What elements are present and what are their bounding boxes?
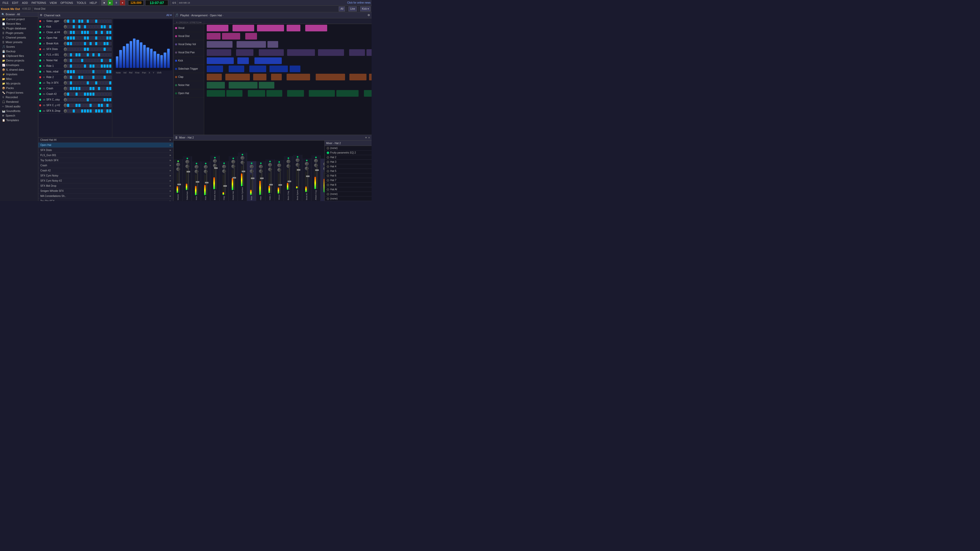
- pad-10-6[interactable]: [84, 76, 86, 79]
- mixer-ch-knob-11[interactable]: [277, 164, 281, 167]
- pad-15-1[interactable]: [70, 103, 72, 107]
- step-bar-1[interactable]: [119, 50, 122, 68]
- mixer-fader-thumb-11[interactable]: [278, 184, 282, 186]
- menu-file[interactable]: FILE: [1, 1, 10, 5]
- clip-6-1[interactable]: [225, 74, 250, 80]
- pad-16-2[interactable]: [73, 109, 75, 113]
- pad-5-0[interactable]: [67, 48, 69, 51]
- mixer-fader-thumb-15[interactable]: [315, 169, 319, 171]
- pad-12-6[interactable]: [84, 87, 86, 90]
- pad-9-9[interactable]: [92, 70, 95, 73]
- mixer-detail-item-7[interactable]: Hat 7: [325, 178, 372, 183]
- mixer-detail-radio-9[interactable]: [327, 188, 329, 191]
- pad-6-7[interactable]: [86, 53, 89, 57]
- pad-9-6[interactable]: [84, 70, 86, 73]
- channel-led-4[interactable]: [39, 43, 41, 44]
- dropdown-item-2[interactable]: SFX Disto ▶: [38, 148, 173, 153]
- mixer-ch-knob-4[interactable]: [213, 159, 217, 163]
- pad-15-2[interactable]: [73, 103, 75, 107]
- clip-0-0[interactable]: [207, 25, 228, 32]
- pad-0-15[interactable]: [109, 19, 111, 23]
- pad-10-3[interactable]: [75, 76, 78, 79]
- pad-4-15[interactable]: [109, 42, 111, 45]
- pad-11-14[interactable]: [106, 81, 109, 85]
- pad-1-7[interactable]: [86, 25, 89, 29]
- mixer-channel-2[interactable]: Kick: [192, 162, 201, 201]
- mixer-detail-item-0[interactable]: (none): [325, 146, 372, 151]
- pad-15-7[interactable]: [86, 103, 89, 107]
- menu-tools[interactable]: TOOLS: [75, 1, 88, 5]
- clip-7-0[interactable]: [207, 82, 225, 89]
- clip-3-0[interactable]: [207, 49, 231, 56]
- pad-8-2[interactable]: [73, 64, 75, 68]
- step-bar-7[interactable]: [140, 42, 142, 68]
- pad-0-14[interactable]: [106, 19, 109, 23]
- clip-8-7[interactable]: [364, 90, 372, 97]
- channel-led-16[interactable]: [39, 110, 41, 112]
- pad-7-9[interactable]: [92, 59, 95, 62]
- pad-2-3[interactable]: [75, 30, 78, 34]
- pad-8-1[interactable]: [70, 64, 72, 68]
- clip-3-5[interactable]: [349, 49, 365, 56]
- pad-13-10[interactable]: [95, 92, 97, 96]
- mixer-ch-knob-7[interactable]: [241, 156, 244, 160]
- mixer-fader-track-5[interactable]: [224, 169, 226, 195]
- clip-5-4[interactable]: [290, 65, 301, 72]
- channel-row-10[interactable]: 8 Ride 2: [38, 75, 112, 80]
- channel-vol-knob-16[interactable]: [64, 109, 67, 113]
- pad-0-11[interactable]: [98, 19, 100, 23]
- pad-10-7[interactable]: [86, 76, 89, 79]
- pad-14-7[interactable]: [86, 98, 89, 102]
- pad-6-9[interactable]: [92, 53, 95, 57]
- pad-12-5[interactable]: [81, 87, 83, 90]
- pad-10-2[interactable]: [73, 76, 75, 79]
- pad-1-15[interactable]: [109, 25, 111, 29]
- pad-2-5[interactable]: [81, 30, 83, 34]
- clip-8-1[interactable]: [226, 90, 242, 97]
- mixer-detail-item-8[interactable]: Hat 8: [325, 183, 372, 187]
- channel-row-14[interactable]: 39 SFX C..oisy: [38, 97, 112, 103]
- mixer-fader-thumb-10[interactable]: [269, 184, 273, 186]
- mixer-detail-radio-2[interactable]: [327, 156, 329, 159]
- track-name-4[interactable]: Kick: [173, 57, 204, 65]
- channel-vol-knob-8[interactable]: [64, 64, 67, 68]
- pad-3-6[interactable]: [84, 36, 86, 40]
- pad-1-12[interactable]: [100, 25, 103, 29]
- channel-row-13[interactable]: 30 Crash #2: [38, 91, 112, 97]
- pad-7-0[interactable]: [67, 59, 69, 62]
- pad-12-0[interactable]: [67, 87, 69, 90]
- pad-4-6[interactable]: [84, 42, 86, 45]
- pad-14-13[interactable]: [103, 98, 106, 102]
- mixer-detail-item-9[interactable]: Hat Al: [325, 187, 372, 192]
- dropdown-item-10[interactable]: Smigen Whistle SFX ▶: [38, 189, 173, 194]
- pad-15-14[interactable]: [106, 103, 109, 107]
- channel-led-11[interactable]: [39, 82, 41, 84]
- sidebar-item-impulses[interactable]: ⚡Impulses: [0, 72, 38, 76]
- track-name-0[interactable]: Vocal: [173, 24, 204, 32]
- pad-12-12[interactable]: [100, 87, 103, 90]
- clip-2-2[interactable]: [267, 41, 278, 48]
- mixer-ch-led-4[interactable]: [214, 157, 216, 159]
- dropdown-item-5[interactable]: Crash ▶: [38, 163, 173, 168]
- pad-1-0[interactable]: [67, 25, 69, 29]
- channel-vol-knob-7[interactable]: [64, 59, 67, 62]
- pad-13-4[interactable]: [78, 92, 81, 96]
- clip-6-3[interactable]: [271, 74, 282, 80]
- pad-7-11[interactable]: [98, 59, 100, 62]
- mixer-fader-thumb-3[interactable]: [205, 182, 208, 183]
- pad-3-15[interactable]: [109, 36, 111, 40]
- pad-7-14[interactable]: [106, 59, 109, 62]
- pad-3-2[interactable]: [73, 36, 75, 40]
- pad-9-3[interactable]: [75, 70, 78, 73]
- mixer-detail-item-10[interactable]: (none): [325, 192, 372, 197]
- mixer-ch-knob-10[interactable]: [268, 163, 272, 167]
- pad-0-5[interactable]: [81, 19, 83, 23]
- track-name-7[interactable]: Noise Hat: [173, 81, 204, 89]
- mixer-ch-knob-15[interactable]: [314, 159, 318, 162]
- mixer-detail-radio-5[interactable]: [327, 170, 329, 172]
- dropdown-item-6[interactable]: Crash #2 ▶: [38, 168, 173, 173]
- mixer-detail-item-3[interactable]: Hat 3: [325, 160, 372, 164]
- channel-led-15[interactable]: [39, 104, 41, 106]
- mixer-ch-led-12[interactable]: [288, 157, 289, 159]
- pad-16-15[interactable]: [109, 109, 111, 113]
